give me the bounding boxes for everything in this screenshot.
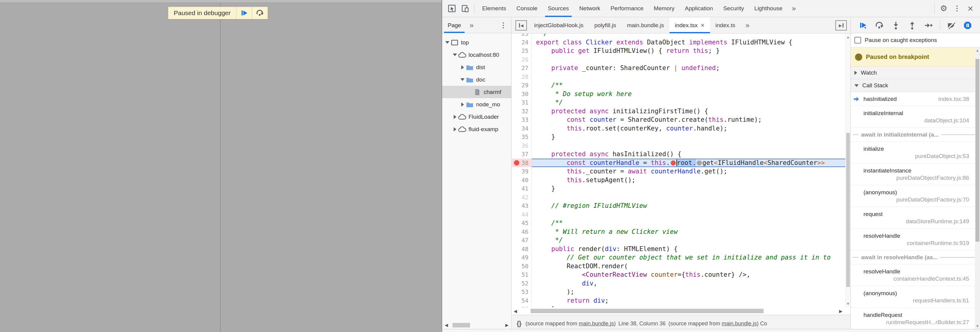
code-line[interactable]: this.root.set(counterKey, counter.handle… [532, 124, 851, 133]
expander-open-icon[interactable] [452, 54, 458, 56]
tree-item-top[interactable]: top [442, 36, 511, 49]
line-number[interactable]: 25 [512, 46, 532, 55]
code-line[interactable]: export class Clicker extends DataObject … [532, 38, 851, 47]
breakpoint-dot-icon[interactable] [514, 160, 519, 166]
scroll-down-arrow[interactable]: ▼ [975, 324, 980, 328]
line-number[interactable]: 49 [512, 253, 532, 262]
main-tab-security[interactable]: Security [718, 0, 749, 17]
code-line[interactable] [532, 210, 851, 219]
code-line[interactable]: <CounterReactView counter={this.counter}… [532, 270, 851, 279]
inline-breakpoint-candidate-icon[interactable] [697, 160, 702, 166]
line-number[interactable]: 23 [512, 33, 532, 38]
line-number[interactable]: 52 [512, 279, 532, 288]
line-number[interactable]: 48 [512, 245, 532, 253]
resume-script-button[interactable] [858, 20, 868, 30]
scrollbar-thumb[interactable] [531, 309, 764, 313]
navigator-menu-button[interactable] [497, 19, 510, 32]
scroll-up-arrow[interactable]: ▲ [846, 35, 851, 39]
code-line[interactable]: public get IFluidHTMLView() { return thi… [532, 46, 851, 55]
tree-item-FluidLoader[interactable]: FluidLoader [442, 111, 511, 123]
line-number[interactable]: 37 [512, 150, 532, 159]
scroll-left-arrow[interactable]: ◀ [444, 323, 449, 327]
call-stack-frame-resolveHandle[interactable]: resolveHandlecontainerRuntime.ts:919 [851, 229, 980, 250]
pretty-print-icon[interactable]: {} [517, 319, 521, 327]
scrollbar-thumb[interactable] [452, 323, 470, 327]
code-line[interactable]: /** [532, 81, 851, 90]
source-map-link[interactable]: main.bundle.js [722, 321, 757, 327]
line-number[interactable]: 46 [512, 228, 532, 236]
expander-open-icon[interactable] [460, 78, 465, 81]
tabs-scroll-left-button[interactable]: ◀ [515, 20, 527, 30]
line-number[interactable]: 35 [512, 133, 532, 141]
call-stack-section-header[interactable]: Call Stack [851, 79, 980, 92]
line-number[interactable]: 33 [512, 115, 532, 124]
code-line[interactable]: * Do setup work here [532, 90, 851, 98]
code-line[interactable]: /** [532, 219, 851, 228]
resume-script-button[interactable] [236, 7, 252, 19]
scroll-up-arrow[interactable]: ▲ [975, 48, 980, 52]
editor-tab-injectGlobalHook.js[interactable]: injectGlobalHook.js [529, 17, 589, 33]
call-stack-frame-initializeInternal[interactable]: initializeInternaldataObject.js:104 [851, 106, 980, 128]
editor-tab-index.ts[interactable]: index.ts [710, 17, 741, 33]
expander-closed-icon[interactable] [460, 65, 465, 70]
deactivate-breakpoints-button[interactable] [946, 20, 956, 30]
editor-more-tabs-button[interactable]: » [741, 17, 754, 33]
tree-item-localhost:80[interactable]: localhost:80 [442, 49, 511, 61]
code-line[interactable]: ReactDOM.render( [532, 262, 851, 271]
line-number[interactable]: 47 [512, 236, 532, 245]
line-number[interactable]: 29 [512, 81, 532, 90]
line-number[interactable]: 24 [512, 38, 532, 47]
line-number[interactable]: 31 [512, 98, 532, 107]
code-line[interactable]: */ [532, 98, 851, 107]
line-number[interactable]: 54 [512, 296, 532, 305]
line-number[interactable]: 41 [512, 184, 532, 193]
code-line[interactable]: ); [532, 288, 851, 296]
code-line[interactable]: // #region IFluidHTMLView [532, 201, 851, 210]
scroll-down-arrow[interactable]: ▼ [846, 302, 851, 306]
line-number[interactable]: 43 [512, 201, 532, 210]
main-tab-lighthouse[interactable]: Lighthouse [749, 0, 788, 17]
line-number[interactable]: 34 [512, 124, 532, 133]
code-line[interactable]: this._counter = await counterHandle.get(… [532, 167, 851, 176]
tree-item-fluid-examp[interactable]: fluid-examp [442, 123, 511, 135]
line-number[interactable]: 32 [512, 107, 532, 116]
close-tab-icon[interactable]: × [701, 21, 705, 29]
call-stack-frame-(anonymous)[interactable]: (anonymous)requestHandlers.ts:61 [851, 286, 980, 308]
inline-breakpoint-active-icon[interactable] [671, 160, 676, 166]
line-number[interactable]: 51 [512, 270, 532, 279]
line-number[interactable]: 26 [512, 55, 532, 64]
expander-closed-icon[interactable] [460, 103, 465, 107]
main-tab-application[interactable]: Application [680, 0, 718, 17]
code-line[interactable]: */ [532, 33, 851, 38]
call-stack-frame-initialize[interactable]: initializepureDataObject.js:53 [851, 142, 980, 163]
tree-item-node_mo[interactable]: node_mo [442, 98, 511, 111]
call-stack-frame-request[interactable]: requestdataStoreRuntime.js:149 [851, 207, 980, 229]
code-line[interactable]: // Get our counter object that we set in… [532, 253, 851, 262]
code-line[interactable] [532, 141, 851, 150]
call-stack-frame-(anonymous)[interactable]: (anonymous)pureDataObjectFactory.js:70 [851, 185, 980, 207]
devtools-menu-button[interactable] [950, 2, 964, 14]
inspect-element-button[interactable] [445, 2, 458, 14]
tree-item-doc[interactable]: doc [442, 73, 511, 86]
scroll-right-arrow[interactable]: ▶ [504, 323, 509, 327]
navigator-tab-page[interactable]: Page [443, 17, 465, 33]
editor-vertical-scrollbar[interactable]: ▲ ▼ [845, 33, 851, 307]
line-number[interactable]: 44 [512, 210, 532, 219]
more-panels-button[interactable]: » [788, 4, 800, 13]
code-line[interactable] [532, 55, 851, 64]
pause-on-exceptions-button[interactable] [963, 20, 973, 30]
call-stack-frame-hasInitialized[interactable]: hasInitializedindex.tsx:38 [851, 92, 980, 106]
line-number[interactable]: 28 [512, 73, 532, 81]
code-line[interactable] [532, 193, 851, 202]
call-stack-frame-instantiateInstance[interactable]: instantiateInstancepureDataObjectFactory… [851, 163, 980, 185]
line-number[interactable]: 40 [512, 176, 532, 185]
main-tab-elements[interactable]: Elements [477, 0, 511, 17]
code-line[interactable] [532, 73, 851, 81]
call-stack-frame-handleRequest[interactable]: handleRequestruntimeRequestH...rBuilder.… [851, 308, 980, 330]
close-devtools-button[interactable]: × [964, 2, 977, 14]
code-line[interactable]: const counterHandle = this.root.get<IFlu… [532, 159, 851, 168]
scroll-right-arrow[interactable]: ▶ [838, 309, 843, 313]
code-line[interactable]: this.setupAgent(); [532, 176, 851, 185]
navigator-horizontal-scrollbar[interactable]: ◀ ▶ [444, 322, 509, 328]
line-number[interactable]: 30 [512, 90, 532, 98]
